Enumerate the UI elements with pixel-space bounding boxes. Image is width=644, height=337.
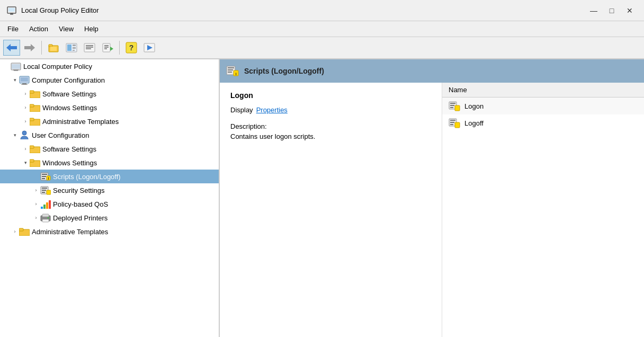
admin-templates-1-expand: › <box>21 117 30 126</box>
menu-view[interactable]: View <box>53 23 79 35</box>
menu-action[interactable]: Action <box>24 23 53 35</box>
list-items: Logon Logoff <box>442 97 644 337</box>
svg-rect-59 <box>42 192 45 193</box>
tree-computer-config[interactable]: ▾ Computer Configuration <box>0 73 219 87</box>
tree-sw-settings-1[interactable]: › Software Settings <box>0 87 219 101</box>
scripts-expand <box>32 172 40 181</box>
deployed-printers-expand: › <box>32 214 40 222</box>
win-settings-2-icon <box>30 157 40 168</box>
svg-rect-6 <box>10 46 17 49</box>
tree-sw-settings-2[interactable]: › Software Settings <box>0 142 219 156</box>
close-button[interactable]: ✕ <box>622 4 638 17</box>
admin-templates-2-icon <box>19 226 30 237</box>
forward-button[interactable] <box>21 40 38 56</box>
svg-rect-61 <box>41 207 43 209</box>
user-config-label: User Configuration <box>32 131 89 139</box>
scripts-label: Scripts (Logon/Logoff) <box>53 173 121 181</box>
svg-rect-15 <box>73 47 76 49</box>
policy-qos-icon <box>40 199 51 209</box>
export-button[interactable] <box>99 40 116 56</box>
run-button[interactable] <box>141 40 158 56</box>
display-label: Display <box>230 106 253 114</box>
svg-rect-21 <box>103 43 110 52</box>
minimize-button[interactable]: — <box>586 4 602 17</box>
logon-label: Logon <box>464 102 484 110</box>
win-settings-2-label: Windows Settings <box>42 159 97 167</box>
policy-qos-expand: › <box>32 200 40 208</box>
tree-pane: Local Computer Policy ▾ Computer Configu… <box>0 59 220 337</box>
tree-admin-templates-1[interactable]: › Administrative Templates <box>0 114 219 128</box>
display-row: Display Properties <box>230 106 431 114</box>
svg-rect-62 <box>43 205 46 209</box>
menu-bar: File Action View Help <box>0 21 644 37</box>
view-button[interactable] <box>63 40 80 56</box>
maximize-button[interactable]: □ <box>604 4 620 17</box>
svg-rect-72 <box>228 67 234 68</box>
sw-settings-1-expand: › <box>21 90 30 98</box>
deployed-printers-icon <box>40 212 51 223</box>
admin-templates-1-icon <box>30 116 40 127</box>
sw-settings-2-label: Software Settings <box>42 145 96 153</box>
svg-rect-49 <box>30 159 34 162</box>
win-settings-1-expand: › <box>21 103 30 112</box>
svg-rect-66 <box>42 214 49 217</box>
svg-rect-11 <box>50 47 57 51</box>
scripts-icon: i <box>40 171 51 182</box>
svg-text:i: i <box>48 176 49 180</box>
back-button[interactable] <box>3 40 20 56</box>
properties-button[interactable] <box>81 40 98 56</box>
svg-rect-57 <box>42 188 47 189</box>
list-item-logoff[interactable]: Logoff <box>442 114 644 131</box>
tree-win-settings-2[interactable]: ▾ Windows Settings <box>0 156 219 170</box>
help-button[interactable]: ? <box>123 40 140 56</box>
root-label: Local Computer Policy <box>23 63 92 70</box>
menu-file[interactable]: File <box>2 23 24 35</box>
right-header-title: Scripts (Logon/Logoff) <box>244 67 324 75</box>
svg-rect-79 <box>450 105 454 106</box>
svg-rect-31 <box>12 64 20 69</box>
main-area: Local Computer Policy ▾ Computer Configu… <box>0 59 644 337</box>
tree-scripts[interactable]: i Scripts (Logon/Logoff) <box>0 170 219 183</box>
tree-win-settings-1[interactable]: › Windows Settings <box>0 101 219 114</box>
user-config-icon <box>19 130 30 140</box>
logoff-label: Logoff <box>464 119 484 127</box>
toolbar-sep-2 <box>119 41 120 55</box>
tree-policy-qos[interactable]: › Policy-based QoS <box>0 197 219 211</box>
admin-templates-2-label: Administrative Templates <box>32 228 108 236</box>
logon-icon <box>449 100 460 112</box>
svg-rect-10 <box>49 45 52 47</box>
user-config-expand: ▾ <box>11 131 19 139</box>
logoff-icon <box>449 117 460 129</box>
folder-button[interactable] <box>45 40 62 56</box>
window-controls: — □ ✕ <box>586 4 638 17</box>
description-text: Contains user logon scripts. <box>230 132 431 140</box>
description-title: Description: <box>230 122 431 130</box>
svg-rect-17 <box>84 43 95 52</box>
tree-admin-templates-2[interactable]: › Administrative Templates <box>0 225 219 238</box>
right-header: i Scripts (Logon/Logoff) <box>220 59 644 83</box>
name-column-header: Name <box>449 86 467 94</box>
tree-root[interactable]: Local Computer Policy <box>0 59 219 73</box>
svg-rect-44 <box>30 118 34 121</box>
svg-rect-36 <box>21 77 28 82</box>
svg-rect-40 <box>30 91 34 93</box>
menu-help[interactable]: Help <box>79 23 104 35</box>
computer-config-expand: ▾ <box>11 76 19 84</box>
svg-rect-16 <box>73 50 75 51</box>
tree-user-config[interactable]: ▾ User Configuration <box>0 128 219 142</box>
svg-rect-86 <box>455 122 460 128</box>
svg-rect-52 <box>42 176 46 177</box>
svg-rect-67 <box>42 219 49 222</box>
svg-rect-74 <box>228 72 232 73</box>
app-icon <box>6 5 17 16</box>
svg-rect-58 <box>42 190 46 191</box>
properties-link[interactable]: Properties <box>256 106 288 114</box>
list-item-logon[interactable]: Logon <box>442 97 644 114</box>
list-header: Name <box>442 83 644 97</box>
tree-deployed-printers[interactable]: › Deployed Printers <box>0 211 219 225</box>
tree-security-settings[interactable]: › Security Settings <box>0 183 219 197</box>
win-settings-2-expand: ▾ <box>21 158 30 167</box>
svg-point-68 <box>48 217 49 219</box>
root-expand-icon <box>2 62 11 70</box>
svg-rect-42 <box>30 104 34 107</box>
